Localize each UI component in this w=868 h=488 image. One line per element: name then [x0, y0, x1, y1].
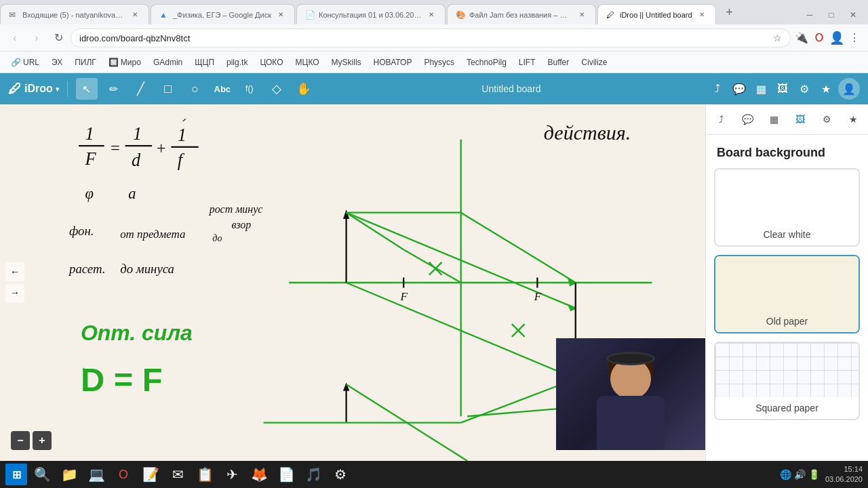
tab-label-physics: _Физика. ЕГЭ – Google Диск [173, 11, 271, 19]
canvas-area[interactable]: ← ← 1 F = 1 [0, 104, 705, 461]
tab-close-email[interactable]: ✕ [130, 9, 140, 20]
bg-option-clear-white[interactable]: Clear white [714, 168, 860, 247]
taskbar-firefox[interactable]: 🦊 [247, 462, 271, 487]
tab-jam[interactable]: 🎨 Файл Jam без названия – Googl... ✕ [447, 4, 596, 24]
bookmark-buffer[interactable]: Buffer [542, 56, 574, 68]
image-btn[interactable]: 🖼 [773, 79, 792, 98]
workspace: ← ← 1 F = 1 [0, 104, 868, 461]
bookmark-shchup[interactable]: ЩЦП [189, 56, 220, 68]
tool-eraser[interactable]: ◇ [266, 78, 288, 100]
bg-option-squared[interactable]: Squared paper [714, 342, 860, 420]
bookmark-technopilg[interactable]: TechnoPilg [461, 56, 512, 68]
bookmark-myskills[interactable]: MySkills [326, 56, 367, 68]
panel-share-icon[interactable]: ⤴ [711, 110, 730, 129]
bookmark-civilize[interactable]: Civilize [576, 56, 612, 68]
bookmark-novator[interactable]: НОВАТОР [368, 56, 418, 68]
tab-close-physics[interactable]: ✕ [275, 9, 286, 20]
opera-icon[interactable]: O [811, 30, 827, 46]
tab-close-consult[interactable]: ✕ [426, 9, 437, 20]
tab-favicon-idroo: 🖊 [606, 10, 616, 20]
svg-text:D = F: D = F [81, 361, 163, 398]
tab-close-jam[interactable]: ✕ [576, 9, 587, 20]
maximize-button[interactable]: □ [822, 5, 841, 24]
tool-select[interactable]: ↖ [76, 78, 98, 100]
taskbar-mail[interactable]: ✉ [165, 462, 190, 487]
tool-circle[interactable]: ○ [184, 78, 206, 100]
star-btn[interactable]: ★ [816, 79, 835, 98]
profile-avatar[interactable]: 👤 [829, 30, 845, 46]
tool-pen[interactable]: ✏ [103, 78, 125, 100]
undo-button[interactable]: ← [5, 262, 24, 281]
panel-settings-icon[interactable]: ⚙ [817, 110, 836, 129]
tab-close-idroo[interactable]: ✕ [696, 9, 707, 20]
panel-star-icon[interactable]: ★ [844, 110, 863, 129]
svg-text:взор: взор [232, 219, 252, 231]
user-avatar[interactable]: 👤 [838, 78, 860, 100]
reload-button[interactable]: ↻ [49, 28, 68, 47]
extensions-button[interactable]: 🔌 [793, 30, 810, 46]
bookmark-ex[interactable]: ЭХ [46, 56, 68, 68]
taskbar-explorer[interactable]: 📁 [57, 462, 81, 487]
svg-text:φ: φ [85, 185, 94, 202]
tab-email[interactable]: ✉ Входящие (5) - natyanikova@gm... ✕ [0, 4, 149, 24]
svg-text:↑: ↑ [81, 363, 87, 378]
idroo-logo[interactable]: 🖊 iDroo ▾ [8, 81, 59, 97]
settings-btn[interactable]: ⚙ [795, 79, 814, 98]
browser-frame: ✉ Входящие (5) - natyanikova@gm... ✕ ▲ _… [0, 0, 868, 488]
chat-btn[interactable]: 💬 [730, 79, 749, 98]
taskbar-music[interactable]: 🎵 [301, 462, 326, 487]
taskbar-settings[interactable]: ⚙ [328, 462, 353, 487]
svg-text:фон.: фон. [69, 224, 94, 238]
minimize-button[interactable]: ─ [800, 5, 819, 24]
bookmark-pigtk[interactable]: pilg.tk [221, 56, 253, 68]
bookmark-star-icon[interactable]: ☆ [769, 30, 785, 46]
forward-button[interactable]: › [27, 28, 46, 47]
bookmark-pilg[interactable]: ПИЛГ [69, 56, 102, 68]
bookmark-coko[interactable]: ЦОКО [254, 56, 288, 68]
start-button[interactable]: ⊞ [5, 464, 27, 485]
taskbar-browser[interactable]: O [111, 462, 136, 487]
taskbar-files[interactable]: 📋 [193, 462, 217, 487]
tool-rect[interactable]: □ [157, 78, 179, 100]
grid-btn[interactable]: ▦ [751, 79, 770, 98]
tool-line[interactable]: ╱ [130, 78, 152, 100]
back-button[interactable]: ‹ [5, 28, 24, 47]
bookmark-physycs[interactable]: Physycs [418, 56, 460, 68]
new-tab-button[interactable]: + [720, 3, 739, 22]
bookmark-gadmin[interactable]: GAdmin [148, 56, 188, 68]
tool-hand[interactable]: ✋ [293, 78, 315, 100]
bookmark-mcko[interactable]: МЦКО [290, 56, 325, 68]
redo-button[interactable]: ← [5, 284, 24, 303]
taskbar-word[interactable]: 📄 [274, 462, 298, 487]
tab-idroo[interactable]: 🖊 iDroo || Untitled board ✕ [597, 4, 716, 24]
taskbar-pc[interactable]: 💻 [84, 462, 108, 487]
bg-option-old-paper[interactable]: Old paper [714, 255, 860, 333]
zoom-out-button[interactable]: − [11, 431, 30, 450]
tab-label-jam: Файл Jam без названия – Googl... [469, 11, 572, 19]
tab-favicon-consult: 📄 [305, 10, 315, 20]
bookmark-lift[interactable]: LIFT [513, 56, 541, 68]
panel-image-icon[interactable]: 🖼 [791, 110, 810, 129]
taskbar-clock[interactable]: 15:14 03.06.2020 [825, 464, 863, 485]
tab-consult[interactable]: 📄 Консультация 01 и 03.06.20 – С... ✕ [296, 4, 446, 24]
menu-button[interactable]: ⋮ [846, 30, 863, 46]
bookmark-miro[interactable]: 🔲Миро [103, 56, 146, 68]
tool-text[interactable]: Abc [212, 78, 233, 100]
tab-physics[interactable]: ▲ _Физика. ЕГЭ – Google Диск ✕ [151, 4, 295, 24]
tray-network-icon[interactable]: 🌐 [780, 469, 791, 480]
share-btn[interactable]: ⤴ [708, 79, 727, 98]
close-button[interactable]: ✕ [844, 5, 863, 24]
address-input[interactable]: idroo.com/board-qbzNnv8tct [71, 28, 791, 47]
tray-sound-icon[interactable]: 🔊 [794, 469, 806, 480]
taskbar-telegram[interactable]: ✈ [220, 462, 244, 487]
zoom-in-button[interactable]: + [33, 431, 52, 450]
panel-chat-icon[interactable]: 💬 [738, 110, 757, 129]
tray-battery-icon[interactable]: 🔋 [808, 469, 820, 480]
tool-formula[interactable]: f() [239, 78, 260, 100]
bookmark-url[interactable]: 🔗URL [5, 56, 45, 68]
svg-text:расет.: расет. [68, 262, 105, 276]
tab-favicon-email: ✉ [9, 10, 18, 20]
panel-grid-icon[interactable]: ▦ [764, 110, 783, 129]
taskbar-search[interactable]: 🔍 [30, 462, 54, 487]
taskbar-notepad[interactable]: 📝 [138, 462, 163, 487]
